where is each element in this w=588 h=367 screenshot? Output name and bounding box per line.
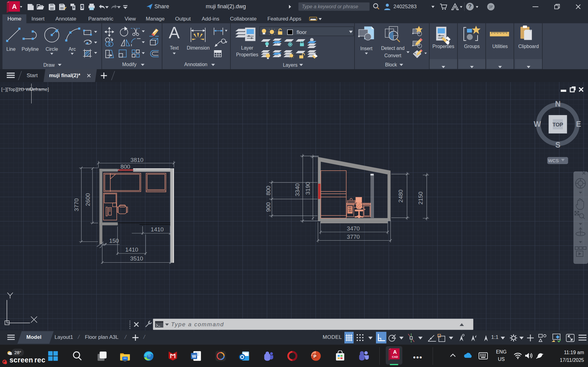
svg-text:W: W bbox=[534, 120, 541, 128]
svg-text:3190: 3190 bbox=[305, 182, 311, 195]
svg-text:Polyline: Polyline bbox=[22, 47, 39, 52]
svg-text:A: A bbox=[169, 24, 180, 42]
svg-text:2150: 2150 bbox=[417, 192, 424, 204]
svg-text:Layers: Layers bbox=[283, 62, 298, 68]
svg-text:3770: 3770 bbox=[73, 198, 80, 211]
svg-text:Groups: Groups bbox=[464, 44, 480, 49]
svg-text:3470: 3470 bbox=[347, 225, 360, 232]
svg-text:1410: 1410 bbox=[125, 246, 138, 253]
svg-text:P: P bbox=[313, 354, 317, 359]
svg-text:Text: Text bbox=[170, 45, 179, 51]
svg-text:floor: floor bbox=[297, 29, 307, 35]
svg-text:2480: 2480 bbox=[397, 189, 404, 202]
svg-text:Properties: Properties bbox=[236, 52, 258, 57]
svg-text:A: A bbox=[12, 3, 17, 10]
svg-text:Clipboard: Clipboard bbox=[518, 44, 539, 49]
svg-text:TOP: TOP bbox=[552, 122, 563, 128]
svg-text:900: 900 bbox=[265, 202, 271, 212]
svg-text:Utilities: Utilities bbox=[492, 44, 508, 49]
svg-text:Line: Line bbox=[6, 47, 16, 52]
svg-text:2600: 2600 bbox=[85, 193, 91, 206]
svg-text:W: W bbox=[192, 354, 196, 359]
svg-text:800: 800 bbox=[265, 186, 271, 196]
svg-text:CAD: CAD bbox=[392, 355, 398, 358]
svg-text:A: A bbox=[393, 349, 397, 355]
svg-text:1410: 1410 bbox=[151, 226, 164, 233]
svg-text:150: 150 bbox=[109, 238, 119, 244]
svg-text:Detect and: Detect and bbox=[381, 46, 405, 51]
svg-text:E: E bbox=[576, 120, 581, 128]
svg-text:Insert: Insert bbox=[360, 46, 373, 51]
svg-text:S: S bbox=[555, 140, 560, 149]
svg-text:Convert: Convert bbox=[384, 53, 401, 58]
svg-text:Properties: Properties bbox=[432, 44, 454, 49]
svg-text:3340: 3340 bbox=[294, 183, 301, 196]
svg-text:Layer: Layer bbox=[241, 45, 253, 51]
svg-text:Modify: Modify bbox=[122, 62, 137, 67]
svg-text:3510: 3510 bbox=[130, 255, 143, 262]
svg-text:800: 800 bbox=[120, 163, 130, 170]
svg-text:Annotation: Annotation bbox=[184, 62, 207, 67]
svg-text:Arc: Arc bbox=[69, 47, 76, 52]
svg-text:3770: 3770 bbox=[347, 234, 360, 240]
svg-text:Circle: Circle bbox=[46, 47, 58, 52]
svg-text:WCS: WCS bbox=[548, 158, 559, 163]
svg-text:Block: Block bbox=[385, 62, 397, 67]
svg-text:N: N bbox=[555, 99, 560, 108]
svg-text:3810: 3810 bbox=[131, 157, 143, 163]
svg-text:Draw: Draw bbox=[44, 62, 55, 68]
svg-text:Dimension: Dimension bbox=[187, 45, 210, 51]
